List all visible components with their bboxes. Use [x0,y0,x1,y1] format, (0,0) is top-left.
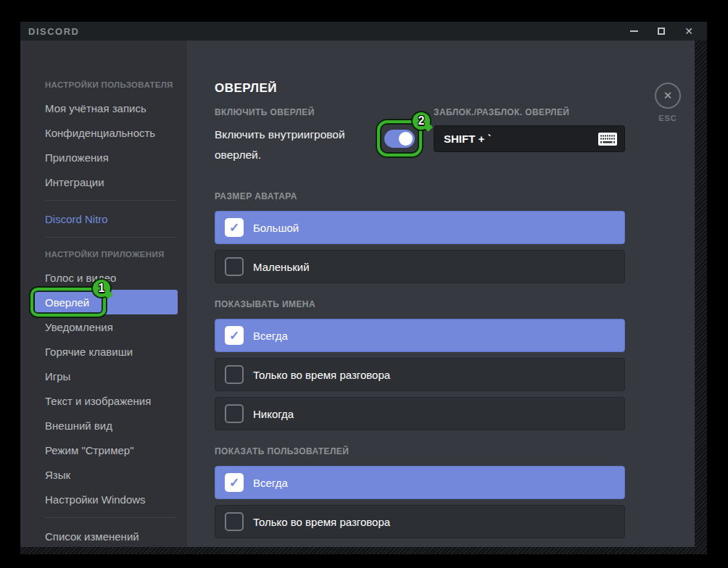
keybind-column: ЗАБЛОК./РАЗБЛОК. ОВЕРЛЕЙ SHIFT + ` [434,106,625,165]
window-edge-shadow-bottom [20,547,707,554]
option-names-during-talk[interactable]: Только во время разговора [215,358,625,391]
option-label: Большой [253,222,299,234]
option-avatar-large[interactable]: ✓ Большой [215,211,625,244]
sidebar-item-games[interactable]: Игры [35,364,178,388]
annotation-badge-step1: 1 [93,280,110,297]
option-avatar-small[interactable]: Маленький [215,250,625,283]
sidebar-item-applications[interactable]: Приложения [35,145,178,170]
checkbox-unchecked[interactable] [225,404,244,423]
window-controls: ✕ [629,26,694,36]
checkbox-checked[interactable]: ✓ [225,473,244,492]
sidebar-divider [45,200,177,201]
check-icon: ✓ [229,330,239,342]
window-edge-shadow-right [695,41,707,547]
show-users-header: ПОКАЗАТЬ ПОЛЬЗОВАТЕЛЕЙ [215,445,625,458]
sidebar-item-appearance[interactable]: Внешний вид [35,413,178,438]
option-names-always[interactable]: ✓ Всегда [215,319,625,352]
sidebar-divider [45,517,177,518]
sidebar-item-keybinds[interactable]: Горячие клавиши [35,339,178,364]
close-icon[interactable]: ✕ [655,83,681,109]
option-users-always[interactable]: ✓ Всегда [215,466,625,499]
sidebar-item-language[interactable]: Язык [35,462,178,487]
option-label: Всегда [253,477,288,489]
maximize-icon[interactable] [656,26,666,36]
sidebar-item-windows-settings[interactable]: Настройки Windows [35,487,178,511]
keyboard-icon[interactable] [598,133,617,146]
annotation-rect-step2: 2 [377,120,422,156]
sidebar-section-app-settings: НАСТРОЙКИ ПРИЛОЖЕНИЯ [45,243,187,265]
checkbox-checked[interactable]: ✓ [225,326,244,345]
enable-overlay-label: Включить внутриигровой оверлей. [215,125,376,165]
checkbox-unchecked[interactable] [225,257,244,276]
settings-sidebar: НАСТРОЙКИ ПОЛЬЗОВАТЕЛЯ Моя учётная запис… [20,41,187,547]
show-names-section: ПОКАЗЫВАТЬ ИМЕНА ✓ Всегда Только во врем… [215,298,625,430]
page-title: ОВЕРЛЕЙ [215,81,695,96]
checkbox-unchecked[interactable] [225,512,244,531]
option-label: Всегда [253,330,288,342]
option-label: Только во время разговора [253,516,390,528]
overlay-toggle[interactable] [384,130,415,148]
sidebar-item-privacy[interactable]: Конфиденциальность [35,120,178,145]
avatar-size-section: РАЗМЕР АВАТАРА ✓ Большой Маленький [215,190,625,283]
checkbox-unchecked[interactable] [225,365,244,384]
sidebar-item-integrations[interactable]: Интеграции [35,170,178,194]
sidebar-item-overlay[interactable]: Оверлей 1 [35,290,178,314]
minimize-bar [630,30,638,32]
sidebar-item-my-account[interactable]: Моя учётная запись [35,96,178,120]
sidebar-divider [45,237,177,238]
keybind-input[interactable]: SHIFT + ` [434,125,625,152]
check-icon: ✓ [229,477,239,489]
discord-settings-window: DISCORD ✕ НАСТРОЙКИ ПОЛЬЗОВАТЕЛЯ Моя учё… [20,22,707,554]
maximize-box [658,28,665,35]
keybind-header: ЗАБЛОК./РАЗБЛОК. ОВЕРЛЕЙ [434,106,625,119]
option-label: Маленький [253,261,310,273]
sidebar-section-user-settings: НАСТРОЙКИ ПОЛЬЗОВАТЕЛЯ [45,74,187,96]
sidebar-item-notifications[interactable]: Уведомления [35,314,178,339]
avatar-size-header: РАЗМЕР АВАТАРА [215,190,625,203]
check-icon: ✓ [229,222,239,234]
show-users-section: ПОКАЗАТЬ ПОЛЬЗОВАТЕЛЕЙ ✓ Всегда Только в… [215,445,625,538]
annotation-badge-step2: 2 [413,112,430,130]
option-users-during-talk[interactable]: Только во время разговора [215,505,625,538]
sidebar-item-discord-nitro[interactable]: Discord Nitro [35,206,178,231]
minimize-icon[interactable] [629,26,639,36]
sidebar-item-streamer-mode[interactable]: Режим "Стример" [35,438,178,462]
sidebar-item-changelog[interactable]: Список изменений [35,524,178,547]
esc-close-button[interactable]: ✕ ESC [653,83,682,122]
esc-label: ESC [653,114,682,122]
discord-logo: DISCORD [28,26,79,37]
enable-overlay-row: ВКЛЮЧИТЬ ОВЕРЛЕЙ Включить внутриигровой … [215,106,625,165]
window-close-icon[interactable]: ✕ [684,26,694,36]
option-names-never[interactable]: Никогда [215,397,625,430]
title-bar: DISCORD ✕ [20,22,707,41]
sidebar-item-overlay-label: Оверлей [45,296,89,309]
overlay-settings-panel: ОВЕРЛЕЙ ВКЛЮЧИТЬ ОВЕРЛЕЙ Включить внутри… [187,41,695,547]
enable-overlay-header: ВКЛЮЧИТЬ ОВЕРЛЕЙ [215,106,434,119]
option-label: Никогда [253,408,294,420]
option-label: Только во время разговора [253,369,390,381]
show-names-header: ПОКАЗЫВАТЬ ИМЕНА [215,298,625,311]
checkbox-checked[interactable]: ✓ [225,218,244,237]
toggle-knob [399,132,413,146]
keybind-value: SHIFT + ` [444,133,598,145]
sidebar-item-text-images[interactable]: Текст и изображения [35,388,178,413]
